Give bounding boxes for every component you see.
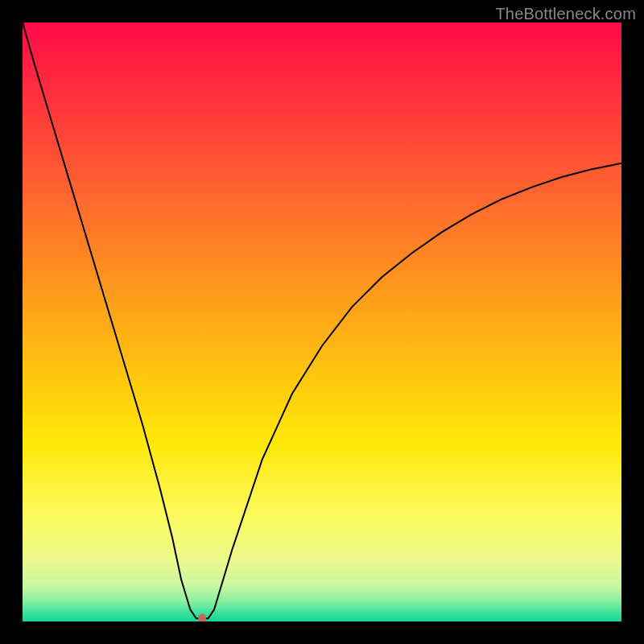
- chart-frame: [23, 23, 621, 621]
- bottleneck-chart: [23, 23, 621, 621]
- watermark-text: TheBottleneck.com: [495, 5, 636, 23]
